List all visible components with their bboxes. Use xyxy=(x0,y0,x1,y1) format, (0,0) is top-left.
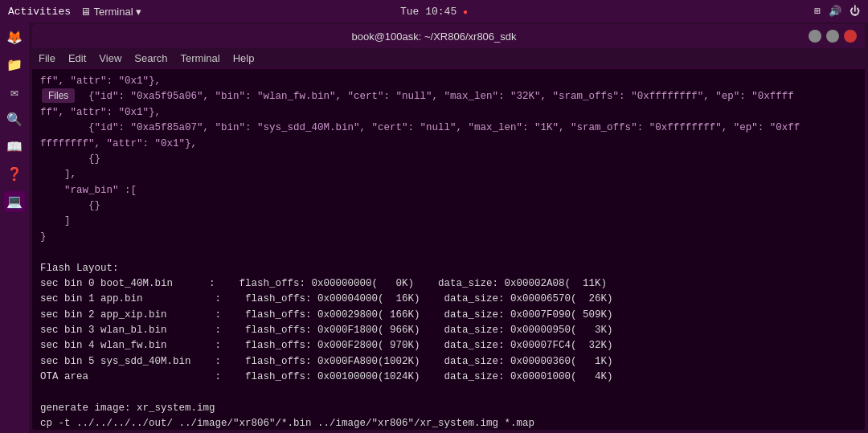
menu-edit[interactable]: Edit xyxy=(68,52,86,64)
system-bar-left: Activities 🖥 Terminal ▾ xyxy=(8,6,141,18)
sidebar-terminal-icon[interactable]: 💻 xyxy=(4,191,25,212)
sidebar: 🦊 📁 ✉ 🔍 📖 ❓ 💻 xyxy=(0,22,29,433)
sidebar-search-icon[interactable]: 🔍 xyxy=(4,109,25,130)
terminal-window: book@100ask: ~/XR806/xr806_sdk File Edit… xyxy=(32,24,865,430)
menu-search[interactable]: Search xyxy=(134,52,167,64)
files-tab[interactable]: Files xyxy=(42,88,75,103)
power-icon[interactable]: ⏻ xyxy=(850,6,860,18)
menu-terminal[interactable]: Terminal xyxy=(181,52,220,64)
terminal-text: ff", "attr": "0x1"}, {"id": "0xa5f95a06"… xyxy=(40,74,857,430)
system-bar: Activities 🖥 Terminal ▾ Tue 10:45 ● ⊞ 🔊 … xyxy=(0,0,868,22)
sidebar-files-icon[interactable]: 📁 xyxy=(4,55,25,76)
window-controls xyxy=(809,30,857,43)
menu-view[interactable]: View xyxy=(99,52,121,64)
sidebar-email-icon[interactable]: ✉ xyxy=(4,82,25,103)
close-button[interactable] xyxy=(844,30,857,43)
title-bar: book@100ask: ~/XR806/xr806_sdk xyxy=(32,24,865,48)
datetime-display: Tue 10:45 ● xyxy=(400,6,468,18)
main-area: 🦊 📁 ✉ 🔍 📖 ❓ 💻 book@100ask: ~/XR806/xr806… xyxy=(0,22,868,433)
terminal-output[interactable]: ff", "attr": "0x1"}, {"id": "0xa5f95a06"… xyxy=(32,69,865,430)
menu-bar: File Edit View Search Terminal Help xyxy=(32,48,865,69)
sidebar-help-icon[interactable]: ❓ xyxy=(4,164,25,185)
sidebar-book-icon[interactable]: 📖 xyxy=(4,137,25,157)
system-bar-right: ⊞ 🔊 ⏻ xyxy=(814,5,860,18)
sidebar-firefox-icon[interactable]: 🦊 xyxy=(4,27,25,48)
menu-file[interactable]: File xyxy=(39,52,55,64)
network-icon: ⊞ xyxy=(814,5,821,18)
maximize-button[interactable] xyxy=(826,30,839,43)
window-title: book@100ask: ~/XR806/xr806_sdk xyxy=(351,31,516,43)
menu-help[interactable]: Help xyxy=(233,52,255,64)
minimize-button[interactable] xyxy=(809,30,821,43)
activities-button[interactable]: Activities xyxy=(8,6,71,18)
volume-icon: 🔊 xyxy=(829,5,841,18)
terminal-menu-label[interactable]: 🖥 Terminal ▾ xyxy=(80,6,141,18)
